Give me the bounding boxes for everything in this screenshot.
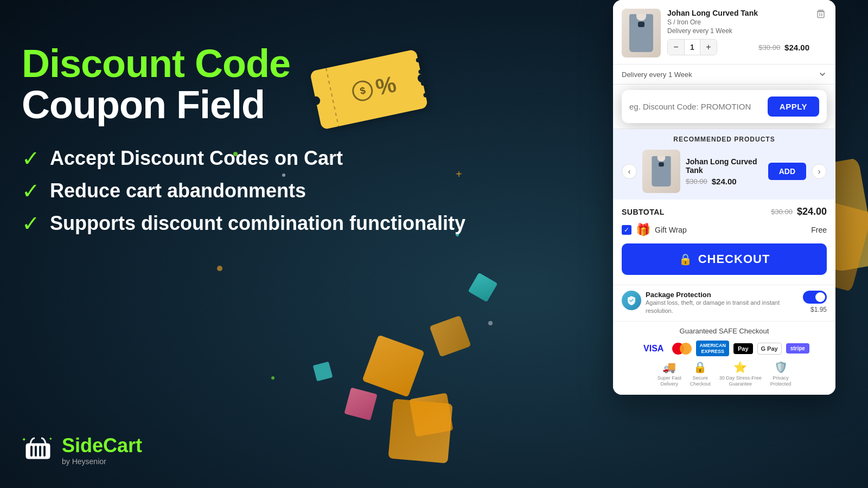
rec-next-button[interactable]: › — [812, 164, 827, 179]
discount-input[interactable] — [629, 102, 762, 111]
logo-text: SideCart by Heysenior — [62, 434, 142, 466]
discount-section: APPLY — [613, 85, 835, 129]
quantity-value: 1 — [684, 40, 700, 55]
svg-rect-0 — [26, 444, 50, 459]
logo-area: ✦ ✦ SideCart by Heysenior — [22, 434, 142, 466]
price-discounted: $24.00 — [784, 43, 809, 52]
apply-discount-button[interactable]: APPLY — [768, 97, 819, 117]
cart-item-info: Johan Long Curved Tank S / Iron Ore Deli… — [667, 9, 809, 55]
delete-item-button[interactable] — [816, 9, 827, 20]
rec-price-discounted: $24.00 — [712, 177, 737, 186]
trust-badges: 🚚 Super FastDelivery 🔒 SecureCheckout ⭐ … — [622, 361, 827, 387]
heading-green: Discount Code — [22, 43, 494, 85]
delivery-bar[interactable]: Delivery every 1 Week — [613, 65, 835, 85]
price-group: $30.00 $24.00 — [758, 43, 809, 52]
protection-toggle[interactable] — [803, 291, 827, 304]
checkmark-icon-3: ✓ — [22, 213, 40, 234]
svg-rect-1 — [30, 446, 33, 457]
add-to-cart-button[interactable]: ADD — [768, 163, 806, 180]
privacy-icon: 🛡️ — [774, 361, 788, 374]
cart-panel: Johan Long Curved Tank S / Iron Ore Deli… — [613, 0, 835, 395]
rec-prices: $30.00 $24.00 — [686, 177, 763, 186]
apple-pay-logo: Pay — [733, 343, 753, 354]
protection-desc: Against loss, theft, or damage in transi… — [646, 299, 797, 316]
stripe-logo: stripe — [786, 343, 809, 354]
safe-checkout-title: Guaranteed SAFE Checkout — [622, 327, 827, 335]
protection-section: Package Protection Against loss, theft, … — [613, 285, 835, 321]
recommended-title: RECOMMENDED PRODUCTS — [622, 136, 827, 143]
feature-text-1: Accept Discount Codes on Cart — [50, 147, 343, 170]
chevron-down-icon — [818, 70, 827, 79]
checkmark-icon-2: ✓ — [22, 180, 40, 202]
secure-icon: 🔒 — [693, 361, 707, 374]
item-name: Johan Long Curved Tank — [667, 9, 809, 17]
trust-badge-privacy: 🛡️ PrivacyProtected — [770, 361, 792, 387]
product-image — [622, 9, 661, 57]
privacy-label: PrivacyProtected — [770, 375, 792, 387]
protection-price: $1.95 — [810, 306, 827, 313]
trust-badge-guarantee: ⭐ 30 Day Stress-FreeGuarantee — [719, 361, 762, 387]
checkout-label: CHECKOUT — [698, 252, 770, 266]
logo-icon: ✦ ✦ — [22, 434, 54, 466]
subtotal-label: SUBTOTAL — [622, 208, 665, 216]
guarantee-label: 30 Day Stress-FreeGuarantee — [719, 375, 762, 387]
svg-text:✦: ✦ — [49, 436, 53, 441]
payment-logos: VISA AMERICANEXPRESS Pay G Pay stripe — [622, 341, 827, 357]
rec-price-original: $30.00 — [686, 177, 707, 185]
delivery-icon: 🚚 — [662, 361, 676, 374]
rec-product-image — [642, 150, 680, 193]
svg-text:✦: ✦ — [22, 436, 26, 442]
cart-top-item: Johan Long Curved Tank S / Iron Ore Deli… — [613, 0, 835, 65]
protection-title: Package Protection — [646, 291, 797, 299]
checkout-button[interactable]: 🔒 CHECKOUT — [622, 243, 827, 275]
gift-wrap-checkbox[interactable]: ✓ — [622, 225, 631, 235]
item-delivery: Delivery every 1 Week — [667, 27, 809, 35]
trust-badge-delivery: 🚚 Super FastDelivery — [658, 361, 681, 387]
discount-box: APPLY — [622, 90, 827, 123]
recommended-section: RECOMMENDED PRODUCTS ‹ Johan Long Curved… — [613, 129, 835, 200]
heading-white: Coupon Field — [22, 85, 494, 126]
price-original: $30.00 — [758, 43, 780, 52]
feature-list: ✓ Accept Discount Codes on Cart ✓ Reduce… — [22, 147, 494, 235]
rec-product-name: Johan Long Curved Tank — [686, 157, 763, 175]
safe-checkout-section: Guaranteed SAFE Checkout VISA AMERICANEX… — [613, 321, 835, 395]
rec-prev-button[interactable]: ‹ — [622, 164, 637, 179]
qty-increase-button[interactable]: + — [700, 40, 717, 55]
feature-item-2: ✓ Reduce cart abandonments — [22, 179, 494, 202]
amex-logo: AMERICANEXPRESS — [696, 341, 729, 357]
delivery-text: Delivery every 1 Week — [622, 70, 692, 79]
left-content-area: Discount Code Coupon Field ✓ Accept Disc… — [22, 43, 494, 235]
google-pay-logo: G Pay — [757, 343, 782, 355]
qty-decrease-button[interactable]: − — [668, 40, 684, 55]
feature-text-2: Reduce cart abandonments — [50, 179, 306, 202]
delivery-label: Super FastDelivery — [658, 375, 681, 387]
subtotal-prices: $30.00 $24.00 — [771, 206, 827, 217]
guarantee-icon: ⭐ — [733, 361, 747, 374]
subtotal-price-new: $24.00 — [797, 206, 827, 217]
protection-right: $1.95 — [803, 291, 827, 313]
svg-rect-3 — [39, 446, 41, 457]
secure-label: SecureCheckout — [690, 375, 711, 387]
lock-icon: 🔒 — [679, 253, 693, 266]
gift-wrap-row: ✓ 🎁 Gift Wrap Free — [622, 223, 827, 237]
mastercard-logo — [672, 343, 692, 355]
rec-product-info: Johan Long Curved Tank $30.00 $24.00 — [686, 157, 763, 186]
svg-rect-8 — [818, 10, 824, 11]
recommended-product-row: ‹ Johan Long Curved Tank $30.00 $24.00 A… — [622, 150, 827, 193]
feature-text-3: Supports discount combination functional… — [50, 212, 465, 235]
quantity-controls[interactable]: − 1 + — [667, 39, 717, 55]
gift-wrap-label: Gift Wrap — [655, 226, 687, 234]
svg-rect-11 — [821, 13, 822, 16]
checkmark-icon-1: ✓ — [22, 147, 40, 169]
item-variant: S / Iron Ore — [667, 18, 809, 26]
feature-item-3: ✓ Supports discount combination function… — [22, 212, 494, 235]
visa-logo: VISA — [639, 342, 668, 356]
subtotal-price-old: $30.00 — [771, 208, 793, 216]
svg-rect-9 — [818, 12, 824, 18]
subtotal-section: SUBTOTAL $30.00 $24.00 ✓ 🎁 Gift Wrap Fre… — [613, 200, 835, 285]
svg-rect-10 — [820, 13, 821, 16]
svg-rect-2 — [35, 446, 37, 457]
feature-item-1: ✓ Accept Discount Codes on Cart — [22, 147, 494, 170]
package-protection-icon — [622, 291, 641, 310]
trust-badge-secure: 🔒 SecureCheckout — [690, 361, 711, 387]
